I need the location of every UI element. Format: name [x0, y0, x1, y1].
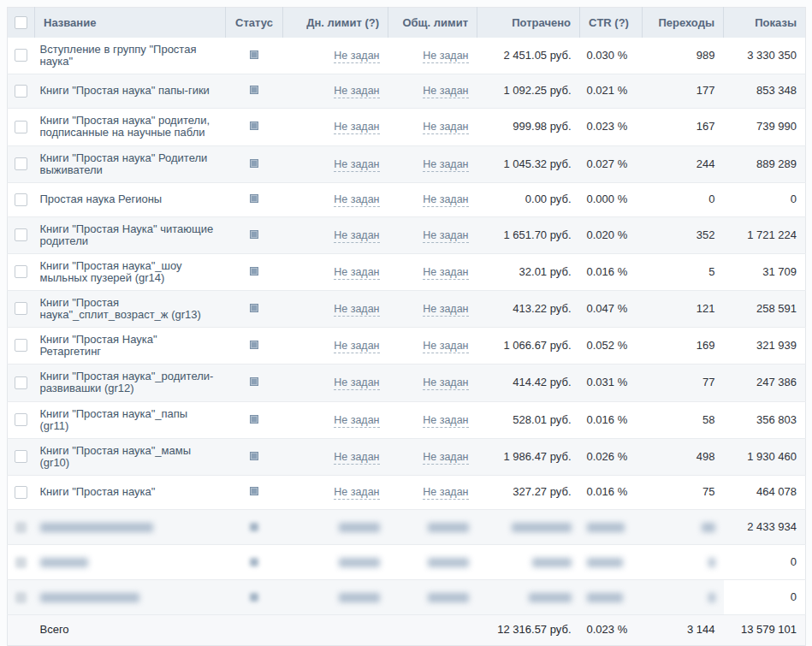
status-cell: [226, 438, 283, 475]
column-header-day-limit[interactable]: Дн. лимит (?): [283, 8, 388, 38]
row-checkbox[interactable]: [15, 450, 27, 463]
column-header-status[interactable]: Статус: [226, 8, 283, 38]
campaign-name-cell: [35, 579, 226, 614]
total-limit-link[interactable]: Не задан: [423, 121, 468, 134]
row-checkbox[interactable]: [15, 121, 27, 133]
column-header-impressions[interactable]: Показы: [724, 8, 806, 38]
day-limit-link[interactable]: Не задан: [334, 121, 379, 134]
day-limit-link[interactable]: Не задан: [334, 193, 379, 207]
campaign-name-cell: Книги "Простая наука" родители, подписан…: [35, 108, 226, 145]
day-limit-link[interactable]: Не задан: [334, 414, 379, 428]
day-limit-link[interactable]: Не задан: [334, 340, 379, 353]
total-limit-link[interactable]: Не задан: [423, 266, 468, 280]
campaign-name-link[interactable]: Книги "Простая наука"_мамы (gr10): [40, 444, 192, 469]
total-limit-link[interactable]: Не задан: [423, 50, 468, 63]
checkbox-cell: [8, 544, 35, 579]
clicks-cell: 169: [643, 327, 724, 364]
ctr-cell: 0.052 %: [580, 327, 643, 364]
campaign-name-link[interactable]: Книги "Простая Наука" читающие родители: [40, 222, 214, 247]
campaign-name-link[interactable]: Книги "Простая наука"_папы (gr11): [40, 407, 188, 432]
ctr-cell: 0.023 %: [580, 108, 643, 145]
spent-cell: 327.27 руб.: [477, 475, 580, 509]
total-limit-link[interactable]: Не задан: [423, 451, 468, 465]
column-header-total-limit[interactable]: Общ. лимит: [388, 8, 477, 38]
column-header-clicks[interactable]: Переходы: [643, 8, 724, 38]
total-limit-cell: Не задан: [388, 327, 477, 364]
row-checkbox[interactable]: [15, 193, 27, 206]
spent-cell: 413.22 руб.: [477, 290, 580, 327]
day-limit-link[interactable]: Не задан: [334, 486, 379, 500]
campaign-name-link[interactable]: Книги "Простая наука"_родители-развивашк…: [40, 370, 214, 394]
clicks-cell: 177: [643, 74, 724, 108]
day-limit-link[interactable]: Не задан: [334, 451, 379, 465]
impressions-cell: 2 433 934: [724, 509, 806, 544]
checkbox-cell: [8, 216, 35, 253]
total-limit-link[interactable]: Не задан: [423, 486, 468, 500]
campaign-name-link[interactable]: Книги "Простая наука"_сплит_возраст_ж (g…: [40, 296, 201, 321]
totals-day-limit-cell: [283, 614, 388, 645]
total-limit-link[interactable]: Не задан: [423, 193, 468, 207]
row-checkbox[interactable]: [15, 413, 27, 426]
total-limit-link[interactable]: Не задан: [423, 340, 468, 353]
campaign-name-cell: Книги "Простая наука" Родители выживател…: [35, 145, 226, 182]
total-limit-link[interactable]: Не задан: [423, 303, 468, 317]
total-limit-link[interactable]: Не задан: [423, 414, 468, 428]
row-checkbox[interactable]: [15, 302, 27, 315]
status-stopped-icon: [250, 121, 258, 130]
day-limit-cell: [283, 544, 388, 579]
campaign-name-link[interactable]: Простая наука Регионы: [40, 193, 163, 205]
impressions-cell: 1 721 224: [724, 216, 806, 253]
campaign-row: Вступление в группу "Простая наука"Не за…: [8, 38, 806, 74]
select-all-cell: [8, 8, 35, 38]
row-checkbox[interactable]: [15, 265, 27, 278]
checkbox-cell: [8, 401, 35, 438]
day-limit-link[interactable]: Не задан: [334, 266, 379, 280]
total-limit-link[interactable]: Не задан: [423, 229, 468, 243]
row-checkbox[interactable]: [15, 228, 27, 241]
campaign-name-link[interactable]: Книги "Простая наука" родители, подписан…: [40, 114, 210, 139]
row-checkbox[interactable]: [15, 486, 27, 499]
checkbox-cell: [8, 108, 35, 145]
campaign-name-link[interactable]: Книги "Простая наука"_шоу мыльных пузере…: [40, 259, 182, 284]
row-checkbox[interactable]: [15, 85, 27, 98]
total-limit-cell: Не задан: [388, 74, 477, 108]
campaign-name-link[interactable]: Книги "Простая наука" папы-гики: [40, 84, 210, 97]
total-limit-link[interactable]: Не задан: [423, 85, 468, 98]
total-limit-link[interactable]: Не задан: [423, 376, 468, 390]
campaign-name-link[interactable]: Книги "Простая Наука" Ретаргетинг: [40, 333, 157, 358]
campaign-name-link[interactable]: Книги "Простая наука": [40, 485, 156, 498]
blurred-ctr: [587, 593, 623, 602]
column-header-name[interactable]: Название: [35, 8, 226, 38]
day-limit-link[interactable]: Не задан: [334, 50, 379, 63]
day-limit-link[interactable]: Не задан: [334, 158, 379, 172]
campaign-row: Книги "Простая наука"_папы (gr11)Не зада…: [8, 401, 806, 438]
checkbox-cell: [8, 38, 35, 74]
spent-cell: 1 045.32 руб.: [477, 145, 580, 182]
clicks-cell: 167: [643, 108, 724, 145]
day-limit-link[interactable]: Не задан: [334, 376, 379, 390]
row-checkbox[interactable]: [15, 49, 27, 62]
campaign-row: Книги "Простая наука"_мамы (gr10)Не зада…: [8, 438, 806, 475]
campaign-name-cell: Книги "Простая наука"_родители-развивашк…: [35, 364, 226, 401]
campaign-name-link[interactable]: Книги "Простая наука" Родители выживател…: [40, 151, 208, 176]
campaign-name-cell: Книги "Простая наука"_мамы (gr10): [35, 438, 226, 475]
blurred-status-icon: [250, 593, 258, 602]
column-header-ctr[interactable]: CTR (?): [580, 8, 643, 38]
clicks-cell: [643, 544, 724, 579]
day-limit-link[interactable]: Не задан: [334, 229, 379, 243]
row-checkbox[interactable]: [15, 157, 27, 170]
spent-cell: [477, 544, 580, 579]
ads-campaigns-page: Название Статус Дн. лимит (?) Общ. лимит…: [0, 0, 812, 646]
campaign-name-link[interactable]: Вступление в группу "Простая наука": [40, 43, 197, 68]
select-all-checkbox[interactable]: [15, 16, 27, 29]
column-header-spent[interactable]: Потрачено: [477, 8, 580, 38]
day-limit-link[interactable]: Не задан: [334, 303, 379, 317]
total-limit-link[interactable]: Не задан: [423, 158, 468, 172]
row-checkbox[interactable]: [15, 339, 27, 352]
day-limit-link[interactable]: Не задан: [334, 85, 379, 98]
row-checkbox[interactable]: [15, 376, 27, 389]
ctr-cell: 0.027 %: [580, 145, 643, 182]
status-cell: [226, 290, 283, 327]
clicks-cell: [643, 509, 724, 544]
table-footer: Всего 12 316.57 руб. 0.023 % 3 144 13 57…: [8, 614, 806, 645]
